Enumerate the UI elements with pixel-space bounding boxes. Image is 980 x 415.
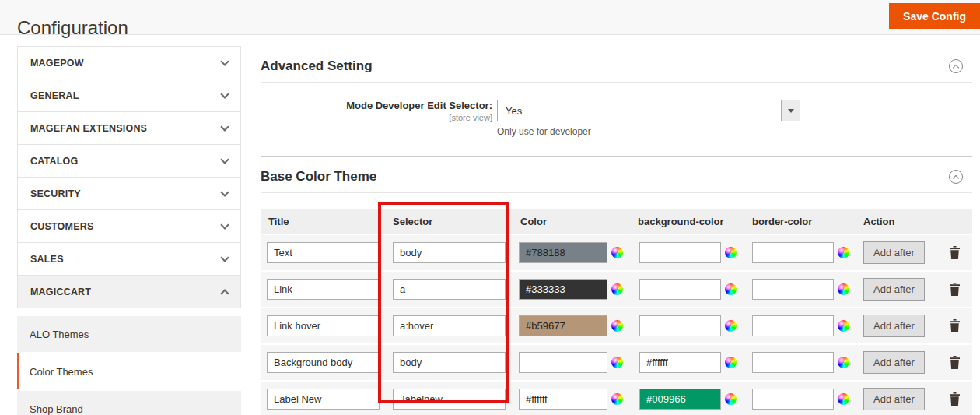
selector-input[interactable]: [393, 352, 506, 373]
sidebar-item-label: CUSTOMERS: [30, 221, 222, 232]
color-wheel-icon[interactable]: [725, 393, 737, 405]
color-wheel-icon[interactable]: [611, 393, 623, 405]
color-wheel-icon[interactable]: [725, 283, 737, 295]
table-body: Add after Add after: [261, 235, 972, 415]
trash-icon[interactable]: [949, 283, 961, 296]
col-header-selector: Selector: [393, 216, 517, 227]
color-input[interactable]: [519, 242, 607, 263]
sidebar-subitem-shop-brand[interactable]: Shop Brand: [17, 391, 241, 415]
trash-icon[interactable]: [949, 392, 961, 406]
trash-icon[interactable]: [949, 356, 961, 369]
table-row: Add after: [261, 345, 972, 380]
sidebar-subitem-color-themes[interactable]: Color Themes: [17, 353, 241, 389]
sidebar-item-magepow[interactable]: MAGEPOW: [17, 46, 241, 79]
caret-down-icon[interactable]: [781, 100, 800, 121]
sidebar-subitem-label: ALO Themes: [30, 329, 89, 340]
trash-icon[interactable]: [949, 246, 961, 259]
advanced-setting-title: Advanced Setting: [261, 58, 373, 73]
col-header-background-color: background-color: [638, 216, 751, 227]
configuration-page: Configuration Save Config MAGEPOW GENERA…: [0, 0, 980, 415]
color-theme-table: Title Selector Color background-color bo…: [261, 209, 972, 415]
color-wheel-icon[interactable]: [838, 247, 849, 258]
add-after-button[interactable]: Add after: [863, 278, 925, 301]
background-color-input[interactable]: [639, 279, 721, 300]
selector-input[interactable]: [393, 315, 506, 336]
sidebar-item-label: MAGEFAN EXTENSIONS: [30, 123, 222, 134]
chevron-down-icon: [220, 122, 229, 131]
table-row: Add after: [261, 272, 972, 307]
advanced-setting-heading: Advanced Setting: [261, 58, 972, 83]
color-wheel-icon[interactable]: [611, 357, 623, 368]
color-wheel-icon[interactable]: [838, 393, 849, 405]
selector-input[interactable]: [393, 242, 506, 263]
table-row: Add after: [261, 235, 972, 270]
border-color-input[interactable]: [752, 389, 834, 410]
color-wheel-icon[interactable]: [725, 320, 737, 332]
color-wheel-icon[interactable]: [611, 283, 623, 295]
mode-developer-select-value: Yes: [498, 100, 781, 121]
field-hint: Only use for developer: [497, 126, 800, 137]
color-wheel-icon[interactable]: [838, 357, 849, 368]
mode-developer-field-row: Mode Developer Edit Selector: [store vie…: [261, 100, 972, 137]
sidebar-item-general[interactable]: GENERAL: [17, 79, 241, 112]
collapse-chevron-circle-icon[interactable]: [949, 170, 963, 184]
color-input[interactable]: [519, 315, 607, 336]
add-after-button[interactable]: Add after: [863, 241, 925, 264]
color-wheel-icon[interactable]: [611, 320, 623, 332]
border-color-input[interactable]: [752, 352, 834, 373]
background-color-input[interactable]: [639, 315, 721, 336]
background-color-input[interactable]: [639, 389, 721, 410]
color-wheel-icon[interactable]: [611, 247, 623, 258]
selector-input[interactable]: [393, 279, 506, 300]
sidebar-item-label: CATALOG: [30, 156, 222, 167]
sidebar-item-customers[interactable]: CUSTOMERS: [17, 209, 241, 243]
sidebar-item-magefan-extensions[interactable]: MAGEFAN EXTENSIONS: [17, 111, 241, 145]
page-title: Configuration: [17, 17, 128, 39]
title-input[interactable]: [267, 279, 380, 300]
title-input[interactable]: [267, 389, 380, 410]
background-color-input[interactable]: [639, 352, 721, 373]
sidebar-subitem-alo-themes[interactable]: ALO Themes: [17, 316, 241, 352]
border-color-input[interactable]: [752, 279, 834, 300]
chevron-down-icon: [220, 155, 229, 164]
chevron-down-icon: [220, 220, 229, 229]
add-after-button[interactable]: Add after: [863, 388, 925, 410]
title-input[interactable]: [267, 242, 380, 263]
selector-input[interactable]: [393, 389, 506, 410]
color-input[interactable]: [519, 352, 607, 373]
background-color-input[interactable]: [639, 242, 721, 263]
title-input[interactable]: [267, 315, 380, 336]
sidebar-item-sales[interactable]: SALES: [17, 242, 241, 276]
col-header-color: Color: [517, 216, 638, 227]
title-input[interactable]: [267, 352, 380, 373]
sidebar-item-security[interactable]: SECURITY: [17, 177, 241, 210]
add-after-button[interactable]: Add after: [863, 351, 925, 374]
col-header-border-color: border-color: [751, 216, 863, 227]
color-wheel-icon[interactable]: [838, 320, 849, 332]
sidebar-sections: MAGEPOW GENERAL MAGEFAN EXTENSIONS CATAL…: [17, 46, 241, 308]
main-content: Advanced Setting Mode Developer Edit Sel…: [261, 35, 972, 415]
chevron-down-icon: [220, 90, 229, 98]
color-input[interactable]: [519, 389, 607, 410]
border-color-input[interactable]: [752, 315, 834, 336]
color-wheel-icon[interactable]: [838, 283, 849, 295]
mode-developer-select[interactable]: Yes: [497, 100, 800, 121]
sidebar-item-catalog[interactable]: CATALOG: [17, 144, 241, 178]
sidebar-item-label: SALES: [30, 254, 222, 265]
color-input[interactable]: [519, 279, 607, 300]
mode-developer-field-label: Mode Developer Edit Selector:: [261, 100, 492, 111]
trash-icon[interactable]: [949, 319, 961, 332]
color-wheel-icon[interactable]: [725, 247, 737, 258]
sidebar-item-magiccart[interactable]: MAGICCART: [17, 275, 241, 308]
table-header-row: Title Selector Color background-color bo…: [261, 209, 972, 234]
sidebar-item-label: GENERAL: [30, 90, 222, 101]
collapse-chevron-circle-icon[interactable]: [949, 59, 963, 73]
sidebar-item-label: MAGICCART: [30, 287, 222, 297]
border-color-input[interactable]: [752, 242, 834, 263]
color-wheel-icon[interactable]: [725, 357, 737, 368]
base-color-theme-title: Base Color Theme: [261, 169, 376, 184]
table-row: Add after: [261, 308, 972, 343]
save-config-button[interactable]: Save Config: [889, 3, 980, 29]
config-nav-sidebar: MAGEPOW GENERAL MAGEFAN EXTENSIONS CATAL…: [17, 47, 241, 415]
add-after-button[interactable]: Add after: [863, 315, 925, 337]
